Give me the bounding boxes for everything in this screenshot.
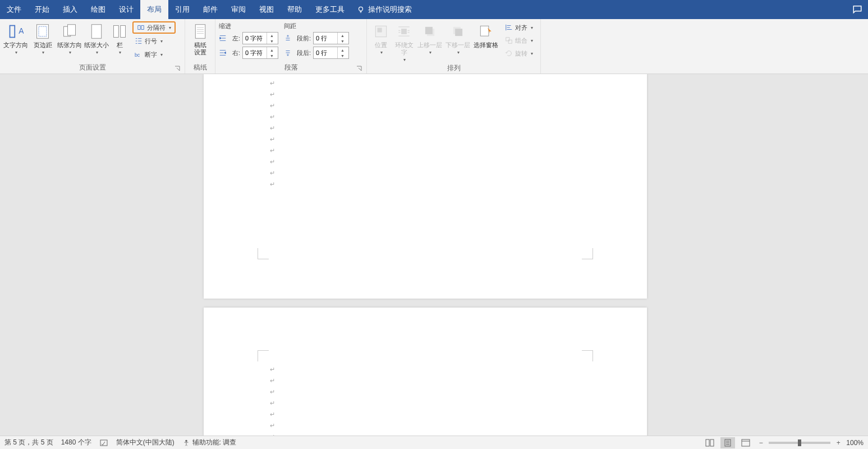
tab-references[interactable]: 引用 [168,0,196,19]
line-numbers-button[interactable]: 行号 ▾ [132,35,176,47]
rotate-label: 旋转 [515,49,527,58]
indent-right-label: 右: [229,49,240,57]
orientation-button[interactable]: 纸张方向 ▾ [57,21,82,56]
accessibility-status[interactable]: 辅助功能: 调查 [182,438,237,447]
bring-forward-button: 上移一层 ▾ [416,21,443,63]
svg-text:A: A [19,26,24,35]
paragraph-marks: ↵↵↵↵↵↵↵↵↵↵ [270,77,275,190]
page-5[interactable]: ↵↵↵↵↵↵↵↵↵↵↵ [204,308,647,436]
page-setup-group-label: 页面设置 [79,63,106,72]
size-label: 纸张大小 [84,42,109,49]
document-area[interactable]: ↵↵↵↵↵↵↵↵↵↵ ↵↵↵↵↵↵↵↵↵↵↵ [0,74,868,436]
group-arrange: 位置 ▾ 环绕文 字 ▾ 上移一层 ▾ 下移一层 ▾ [367,19,541,74]
spacing-header: 间距 [284,21,349,30]
indent-right-input[interactable] [243,49,267,56]
svg-rect-27 [742,439,750,446]
chevron-down-icon: ▾ [42,50,44,55]
lightbulb-icon [357,6,365,13]
wrap-text-icon [395,22,413,40]
group-paragraph: 缩进 左: ▲▼ 右: ▲▼ [215,19,367,74]
svg-rect-6 [68,25,76,35]
svg-rect-19 [480,26,489,36]
svg-rect-18 [455,29,462,36]
position-icon [372,22,390,40]
hyphenation-button[interactable]: bc 断字 ▾ [132,48,176,61]
paragraph-dialog-launcher[interactable] [355,65,363,72]
tab-file[interactable]: 文件 [0,0,28,19]
zoom-out-button[interactable]: − [756,439,765,447]
spin-down[interactable]: ▼ [267,53,277,58]
spin-up[interactable]: ▲ [338,47,347,53]
tab-design[interactable]: 设计 [112,0,140,19]
space-after-spinbox[interactable]: ▲▼ [313,47,349,59]
print-layout-button[interactable] [720,437,735,448]
columns-button[interactable]: 栏 ▾ [111,21,128,56]
align-icon [505,24,513,31]
svg-rect-9 [121,26,126,38]
margin-corner [258,350,269,361]
word-count[interactable]: 1480 个字 [61,438,91,447]
page-4[interactable]: ↵↵↵↵↵↵↵↵↵↵ [204,74,647,299]
ribbon: A 文字方向 ▾ 页边距 ▾ 纸张方向 ▾ 纸张大小 ▾ 栏 [0,19,868,74]
language-status[interactable]: 简体中文(中国大陆) [116,438,174,447]
tab-draw[interactable]: 绘图 [84,0,112,19]
manuscript-settings-button[interactable]: 稿纸 设置 [189,21,212,57]
tell-me-search[interactable]: 操作说明搜索 [351,0,417,19]
breaks-button[interactable]: 分隔符 ▾ [132,21,176,34]
orientation-icon [61,22,79,40]
zoom-in-button[interactable]: + [834,439,843,447]
tab-review[interactable]: 审阅 [224,0,252,19]
tab-mailings[interactable]: 邮件 [196,0,224,19]
spin-up[interactable]: ▲ [267,33,277,38]
margin-corner [258,248,269,259]
spin-down[interactable]: ▼ [338,38,347,44]
size-button[interactable]: 纸张大小 ▾ [84,21,109,56]
tab-more-tools[interactable]: 更多工具 [309,0,351,19]
space-before-input[interactable] [314,35,337,42]
send-backward-label: 下移一层 [446,42,470,49]
spin-up[interactable]: ▲ [267,47,277,53]
indent-left-spinbox[interactable]: ▲▼ [242,32,278,44]
spin-down[interactable]: ▼ [267,38,277,44]
align-button[interactable]: 对齐 ▾ [504,21,534,34]
indent-left-input[interactable] [243,35,267,42]
text-direction-button[interactable]: A 文字方向 ▾ [3,21,28,56]
spin-up[interactable]: ▲ [338,33,347,38]
size-icon [88,22,105,40]
rotate-icon [505,49,513,57]
selection-pane-button[interactable]: 选择窗格 [472,21,499,63]
page-setup-dialog-launcher[interactable] [173,65,181,72]
accessibility-icon [182,439,190,447]
zoom-level[interactable]: 100% [846,439,864,447]
feedback-icon[interactable] [852,4,862,14]
zoom-slider[interactable] [769,442,830,444]
space-before-spinbox[interactable]: ▲▼ [313,32,349,44]
margin-corner [582,350,593,361]
svg-rect-8 [114,26,119,38]
space-after-input[interactable] [314,49,337,56]
tab-home[interactable]: 开始 [28,0,56,19]
chevron-down-icon: ▾ [96,50,98,55]
indent-right-spinbox[interactable]: ▲▼ [242,47,278,59]
hyphenation-label: 断字 [145,51,157,59]
chevron-down-icon: ▾ [457,50,460,55]
tab-layout[interactable]: 布局 [140,0,168,19]
tab-help[interactable]: 帮助 [281,0,309,19]
page-info[interactable]: 第 5 页，共 5 页 [4,438,53,447]
web-layout-button[interactable] [738,437,753,448]
chevron-down-icon: ▾ [15,50,17,55]
read-mode-button[interactable] [702,437,717,448]
manuscript-group-label: 稿纸 [194,63,207,72]
zoom-slider-thumb[interactable] [798,439,801,446]
svg-rect-21 [508,40,512,43]
margins-button[interactable]: 页边距 ▾ [30,21,55,56]
tab-insert[interactable]: 插入 [56,0,84,19]
proofing-icon[interactable] [99,438,108,447]
svg-rect-1 [10,26,15,38]
svg-rect-22 [100,440,107,446]
chevron-down-icon: ▾ [531,38,533,43]
svg-rect-16 [425,27,433,34]
spin-down[interactable]: ▼ [338,53,347,58]
tab-view[interactable]: 视图 [252,0,281,19]
indent-left-icon [219,34,227,42]
